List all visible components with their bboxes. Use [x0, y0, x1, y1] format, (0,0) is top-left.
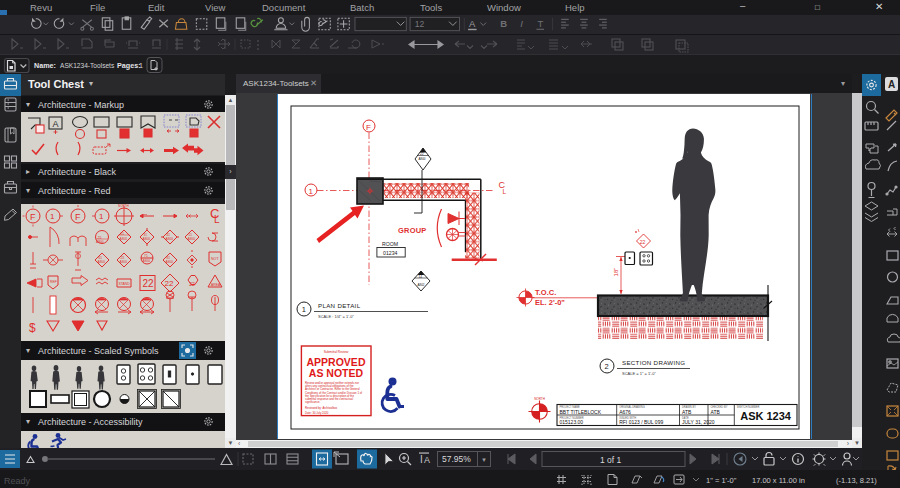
svg-text:$: $: [29, 321, 36, 335]
svg-text:71: 71: [144, 254, 148, 258]
svg-text:ATB: ATB: [711, 409, 721, 415]
svg-text:A: A: [469, 18, 476, 29]
svg-text:Reviewed by: Archtoolbox: Reviewed by: Archtoolbox: [305, 406, 338, 410]
svg-text:SECTION DRAWING: SECTION DRAWING: [622, 359, 685, 366]
svg-text:A800: A800: [419, 157, 426, 161]
svg-text:SCALE : 1/4" = 1'-0": SCALE : 1/4" = 1'-0": [318, 314, 355, 319]
svg-text:18": 18": [613, 268, 619, 277]
svg-text:SCALE = 1" = 1'-0": SCALE = 1" = 1'-0": [622, 371, 656, 376]
svg-text:I: I: [420, 454, 423, 465]
svg-text:Name:: Name:: [34, 61, 56, 70]
svg-text:1: 1: [309, 187, 314, 196]
svg-text:AREA: AREA: [211, 283, 221, 287]
svg-text:ATB: ATB: [682, 409, 692, 415]
svg-text:F: F: [75, 212, 81, 222]
svg-text:Submittal Review: Submittal Review: [324, 350, 349, 354]
svg-text:A800: A800: [143, 237, 151, 241]
svg-text:L: L: [503, 188, 507, 195]
svg-text:ASK1234-Toolsets: ASK1234-Toolsets: [60, 62, 115, 69]
svg-text:GROUP: GROUP: [398, 226, 427, 235]
svg-text:1: 1: [50, 212, 55, 221]
svg-text:STAND: STAND: [119, 282, 131, 286]
svg-text:A: A: [888, 79, 895, 90]
svg-text:L: L: [214, 214, 220, 225]
svg-text:1: 1: [99, 212, 104, 221]
svg-text:1: 1: [139, 61, 143, 70]
svg-text:I: I: [520, 18, 523, 29]
svg-text:A: A: [424, 455, 430, 465]
svg-text:A800: A800: [120, 237, 128, 241]
svg-text:RFI 0123 / BUL 099: RFI 0123 / BUL 099: [619, 419, 663, 425]
svg-text:F: F: [366, 123, 371, 132]
svg-text:A800: A800: [98, 260, 106, 264]
svg-text:REF: REF: [50, 280, 57, 284]
svg-text:JULY 31, 2020: JULY 31, 2020: [682, 419, 715, 425]
svg-text:1: 1: [302, 305, 306, 314]
svg-text:015123.00: 015123.00: [560, 419, 584, 425]
svg-text:EL. 2'-0": EL. 2'-0": [535, 298, 565, 307]
svg-text:14: 14: [419, 275, 423, 279]
svg-text:Pages:: Pages:: [117, 61, 141, 70]
svg-text:A800: A800: [166, 260, 174, 264]
svg-text:significance.: significance.: [305, 400, 321, 404]
svg-text:AS NOTED: AS NOTED: [309, 367, 364, 379]
svg-text:T.O.C.: T.O.C.: [535, 288, 556, 297]
svg-text:T: T: [537, 18, 543, 29]
svg-text:22: 22: [143, 278, 155, 289]
svg-text:12: 12: [415, 19, 425, 29]
svg-text:A800: A800: [166, 237, 174, 241]
svg-text:21: 21: [121, 232, 125, 236]
svg-text:Date: 30 July 2020: Date: 30 July 2020: [305, 411, 329, 415]
svg-text:APPROVED: APPROVED: [307, 356, 366, 368]
svg-text:22: 22: [165, 279, 174, 288]
svg-text:ASK 1234: ASK 1234: [740, 410, 792, 422]
svg-text:B: B: [500, 18, 507, 29]
svg-text:A800: A800: [143, 259, 151, 263]
svg-text:01234: 01234: [383, 250, 398, 256]
svg-text:A800: A800: [120, 260, 128, 264]
svg-text:F: F: [30, 212, 36, 222]
svg-text:22: 22: [640, 239, 646, 245]
svg-text:2: 2: [605, 362, 609, 371]
svg-text:ROOM: ROOM: [382, 241, 398, 247]
svg-text:PLAN DETAIL: PLAN DETAIL: [318, 302, 361, 309]
svg-text:NORTH: NORTH: [118, 204, 129, 208]
svg-text:1 of 1: 1 of 1: [600, 455, 622, 465]
svg-text:NOT: NOT: [211, 257, 219, 261]
svg-text:A800: A800: [96, 240, 104, 244]
svg-text:22: 22: [189, 281, 195, 287]
svg-text:A800: A800: [188, 237, 196, 241]
svg-text:22: 22: [420, 152, 424, 156]
svg-text:NORTH: NORTH: [534, 397, 545, 401]
svg-text:A802: A802: [418, 283, 425, 287]
svg-text:SKETCH NUMBER: SKETCH NUMBER: [737, 405, 760, 409]
svg-text:A676: A676: [619, 409, 631, 415]
svg-text:BBT TITLEBLOCK: BBT TITLEBLOCK: [560, 409, 602, 415]
svg-text:A: A: [53, 119, 59, 129]
